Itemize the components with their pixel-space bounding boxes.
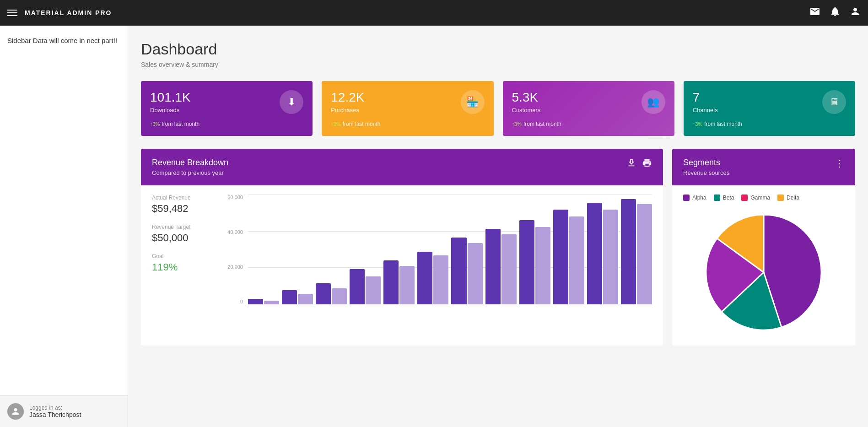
stat-card-0: 101.1K Downloads ↑3% from last month ⬇ (141, 81, 313, 136)
stat-change-2: ↑3% from last month (512, 121, 665, 127)
sidebar-content: Sidebar Data will come in nect part!! (0, 26, 128, 395)
stat-arrow-1: ↑3% (331, 121, 340, 127)
revenue-breakdown-subtitle: Compared to previous year (152, 169, 228, 176)
bar-group (621, 199, 652, 304)
stat-card-1: 12.2K Purchases ↑3% from last month 🏪 (322, 81, 493, 136)
chart-area: Actual Revenue $59,482 Revenue Target $5… (141, 185, 663, 332)
bar-dark (621, 199, 636, 304)
stat-icon-wrap-3: 🖥 (822, 90, 846, 114)
stat-label-3: Channels (693, 107, 846, 114)
goal-label: Goal (152, 253, 216, 259)
bar-light (332, 288, 347, 304)
stat-icon-wrap-2: 👥 (642, 90, 665, 114)
legend-item: Beta (714, 195, 734, 201)
chart-stats: Actual Revenue $59,482 Revenue Target $5… (152, 195, 216, 323)
bar-group (519, 220, 550, 304)
print-icon[interactable] (642, 158, 652, 170)
legend-dot (683, 195, 690, 201)
bar-group (485, 229, 517, 304)
stat-arrow-3: ↑3% (693, 121, 702, 127)
stat-change-text-1: from last month (343, 121, 381, 127)
stat-card-3: 7 Channels ↑3% from last month 🖥 (684, 81, 855, 136)
bar-light (535, 227, 550, 304)
page-title: Dashboard (141, 40, 855, 58)
stat-change-3: ↑3% from last month (693, 121, 846, 127)
legend-label: Alpha (692, 195, 706, 201)
stats-row: 101.1K Downloads ↑3% from last month ⬇ 1… (141, 81, 855, 136)
bar-chart-wrapper: 60,00040,00020,0000 (225, 195, 652, 304)
pie-chart (700, 208, 828, 336)
legend-item: Gamma (741, 195, 770, 201)
bar-group (417, 252, 448, 304)
bar-group (316, 283, 347, 304)
page-subtitle: Sales overview & summary (141, 61, 855, 68)
bar-dark (587, 203, 602, 304)
legend-label: Gamma (750, 195, 770, 201)
revenue-breakdown-actions (626, 158, 652, 170)
goal-percent-value: 119% (152, 261, 216, 273)
bar-dark (519, 220, 534, 304)
bar-light (637, 204, 652, 304)
bar-group (282, 290, 313, 304)
mail-icon[interactable] (809, 6, 820, 20)
stat-label-1: Purchases (331, 107, 484, 114)
actual-revenue-label: Actual Revenue (152, 195, 216, 201)
stat-label-2: Customers (512, 107, 665, 114)
bell-icon[interactable] (830, 6, 841, 20)
revenue-breakdown-title: Revenue Breakdown (152, 158, 228, 168)
layout: Sidebar Data will come in nect part!! Lo… (0, 26, 868, 427)
legend-dot (741, 195, 748, 201)
sidebar-footer: Logged in as: Jassa Therichpost (0, 395, 128, 427)
segments-header-text: Segments Revenue sources (683, 158, 729, 176)
bar-chart (225, 195, 652, 304)
bar-light (569, 216, 584, 304)
revenue-breakdown-header-text: Revenue Breakdown Compared to previous y… (152, 158, 228, 176)
bar-group (587, 203, 618, 304)
user-icon[interactable] (850, 6, 861, 20)
sidebar-login-label: Logged in as: (29, 405, 81, 411)
bar-dark (553, 210, 568, 304)
bar-dark (383, 260, 399, 304)
legend-item: Alpha (683, 195, 706, 201)
bar-group (553, 210, 584, 304)
sidebar-username: Jassa Therichpost (29, 411, 81, 418)
bar-light (468, 243, 483, 304)
stat-arrow-0: ↑3% (150, 121, 160, 127)
pie-legend: Alpha Beta Gamma Delta (683, 195, 844, 201)
stat-icon-wrap-0: ⬇ (280, 90, 303, 114)
revenue-breakdown-header: Revenue Breakdown Compared to previous y… (141, 149, 663, 185)
revenue-target-label: Revenue Target (152, 224, 216, 230)
legend-label: Delta (787, 195, 799, 201)
stat-change-text-0: from last month (162, 121, 199, 127)
stat-change-text-2: from last month (523, 121, 561, 127)
bar-dark (417, 252, 432, 304)
stat-label-0: Downloads (150, 107, 303, 114)
pie-area: Alpha Beta Gamma Delta (672, 185, 855, 346)
bar-light (433, 255, 448, 304)
bar-light (366, 276, 381, 304)
stat-arrow-2: ↑3% (512, 121, 522, 127)
stat-change-text-3: from last month (704, 121, 742, 127)
legend-item: Delta (777, 195, 799, 201)
sidebar-user-info: Logged in as: Jassa Therichpost (29, 405, 81, 418)
segments-subtitle: Revenue sources (683, 169, 729, 176)
bar-light (399, 266, 415, 304)
download-icon[interactable] (626, 158, 636, 170)
bar-dark (451, 238, 466, 304)
actual-revenue-value: $59,482 (152, 203, 216, 215)
bar-group (451, 238, 482, 304)
sidebar: Sidebar Data will come in nect part!! Lo… (0, 26, 128, 427)
main-content: Dashboard Sales overview & summary 101.1… (128, 26, 868, 427)
legend-label: Beta (723, 195, 734, 201)
revenue-target-value: $50,000 (152, 232, 216, 244)
bar-group (383, 260, 415, 304)
bar-group (350, 269, 381, 304)
pie-svg-wrap (683, 208, 844, 336)
bar-light (264, 301, 279, 304)
segments-more-icon[interactable]: ⋮ (835, 158, 844, 169)
legend-dot (714, 195, 720, 201)
app-brand: MATERIAL ADMIN PRO (25, 9, 809, 16)
menu-icon[interactable] (7, 10, 17, 16)
bar-light (501, 234, 517, 304)
bar-light (298, 294, 313, 304)
